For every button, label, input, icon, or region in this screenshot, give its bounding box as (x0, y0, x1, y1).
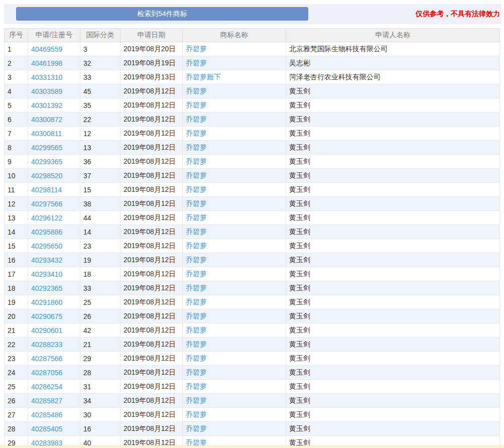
cell-date: 2019年08月12日 (120, 253, 183, 267)
mark-name-link[interactable]: 乔碧萝 (186, 228, 207, 236)
reg-no-link[interactable]: 40285405 (31, 425, 62, 433)
cell-date: 2019年08月12日 (120, 225, 183, 239)
reg-no-link[interactable]: 40299565 (31, 144, 62, 152)
cell-mark-name: 乔碧萝殿下 (183, 70, 286, 84)
reg-no-link[interactable]: 40286254 (31, 383, 62, 391)
result-count-button[interactable]: 检索到54件商标 (16, 7, 308, 21)
cell-index: 21 (5, 323, 28, 338)
reg-no-link[interactable]: 40331310 (31, 73, 62, 81)
mark-name-link[interactable]: 乔碧萝 (186, 129, 207, 137)
mark-name-link[interactable]: 乔碧萝 (186, 59, 207, 67)
cell-reg-no: 40285405 (28, 422, 80, 436)
cell-mark-name: 乔碧萝 (183, 56, 286, 70)
cell-date: 2019年08月12日 (120, 169, 183, 183)
mark-name-link[interactable]: 乔碧萝殿下 (186, 73, 221, 81)
reg-no-link[interactable]: 40290675 (31, 312, 62, 320)
cell-intl-class: 25 (80, 295, 120, 309)
cell-reg-no: 40300872 (28, 113, 80, 127)
mark-name-link[interactable]: 乔碧萝 (186, 87, 207, 95)
mark-name-link[interactable]: 乔碧萝 (186, 312, 207, 320)
mark-name-link[interactable]: 乔碧萝 (186, 199, 207, 207)
cell-mark-name: 乔碧萝 (183, 197, 286, 211)
reg-no-link[interactable]: 40298520 (31, 172, 62, 180)
reg-no-link[interactable]: 40461998 (31, 59, 62, 67)
cell-intl-class: 42 (80, 323, 120, 338)
cell-date: 2019年08月12日 (120, 183, 183, 197)
mark-name-link[interactable]: 乔碧萝 (186, 410, 207, 418)
mark-name-link[interactable]: 乔碧萝 (186, 115, 207, 123)
cell-mark-name: 乔碧萝 (183, 394, 286, 408)
top-panel: 检索到54件商标 仅供参考，不具有法律效力 (4, 4, 501, 24)
cell-applicant: 黄玉剑 (286, 338, 500, 352)
cell-date: 2019年08月12日 (120, 98, 183, 113)
column-header-applicant: 申请人名称 (286, 29, 500, 42)
cell-applicant: 黄玉剑 (286, 281, 500, 295)
cell-date: 2019年08月12日 (120, 422, 183, 436)
reg-no-link[interactable]: 40293410 (31, 270, 62, 278)
reg-no-link[interactable]: 40295650 (31, 242, 62, 250)
cell-intl-class: 36 (80, 155, 120, 169)
reg-no-link[interactable]: 40285486 (31, 411, 62, 419)
cell-applicant: 黄玉剑 (286, 197, 500, 211)
table-row: 1940291860252019年08月12日乔碧萝黄玉剑 (5, 295, 500, 309)
mark-name-link[interactable]: 乔碧萝 (186, 45, 207, 53)
mark-name-link[interactable]: 乔碧萝 (186, 256, 207, 264)
mark-name-link[interactable]: 乔碧萝 (186, 298, 207, 306)
reg-no-link[interactable]: 40303589 (31, 87, 62, 95)
reg-no-link[interactable]: 40295886 (31, 228, 62, 236)
mark-name-link[interactable]: 乔碧萝 (186, 340, 207, 348)
reg-no-link[interactable]: 40300872 (31, 116, 62, 124)
mark-name-link[interactable]: 乔碧萝 (186, 101, 207, 109)
cell-mark-name: 乔碧萝 (183, 267, 286, 281)
mark-name-link[interactable]: 乔碧萝 (186, 396, 207, 404)
mark-name-link[interactable]: 乔碧萝 (186, 326, 207, 334)
mark-name-link[interactable]: 乔碧萝 (186, 242, 207, 250)
cell-index: 13 (5, 211, 28, 225)
table-header: 序号 申请/注册号 国际分类 申请日期 商标名称 申请人名称 (5, 29, 500, 42)
mark-name-link[interactable]: 乔碧萝 (186, 368, 207, 376)
reg-no-link[interactable]: 40287056 (31, 369, 62, 377)
reg-no-link[interactable]: 40288233 (31, 341, 62, 349)
reg-no-link[interactable]: 40300811 (31, 130, 62, 138)
mark-name-link[interactable]: 乔碧萝 (186, 157, 207, 165)
cell-intl-class: 30 (80, 408, 120, 422)
column-header-mark-name: 商标名称 (183, 29, 286, 42)
cell-date: 2019年08月12日 (120, 141, 183, 155)
reg-no-link[interactable]: 40291860 (31, 298, 62, 306)
cell-index: 10 (5, 169, 28, 183)
cell-applicant: 北京雅梵国际生物科技有限公司 (286, 42, 500, 56)
cell-index: 15 (5, 239, 28, 253)
reg-no-link[interactable]: 40297566 (31, 200, 62, 208)
mark-name-link[interactable]: 乔碧萝 (186, 424, 207, 432)
reg-no-link[interactable]: 40287566 (31, 355, 62, 363)
reg-no-link[interactable]: 40301392 (31, 101, 62, 109)
mark-name-link[interactable]: 乔碧萝 (186, 171, 207, 179)
reg-no-link[interactable]: 40293432 (31, 256, 62, 264)
cell-reg-no: 40287056 (28, 366, 80, 380)
table-row: 1640293432192019年08月12日乔碧萝黄玉剑 (5, 253, 500, 267)
cell-date: 2019年08月12日 (120, 352, 183, 366)
mark-name-link[interactable]: 乔碧萝 (186, 213, 207, 221)
reg-no-link[interactable]: 40290601 (31, 326, 62, 334)
cell-index: 23 (5, 352, 28, 366)
reg-no-link[interactable]: 40469559 (31, 45, 62, 53)
reg-no-link[interactable]: 40285827 (31, 397, 62, 405)
reg-no-link[interactable]: 40296122 (31, 214, 62, 222)
mark-name-link[interactable]: 乔碧萝 (186, 382, 207, 390)
cell-reg-no: 40461998 (28, 56, 80, 70)
cell-intl-class: 16 (80, 422, 120, 436)
mark-name-link[interactable]: 乔碧萝 (186, 185, 207, 193)
mark-name-link[interactable]: 乔碧萝 (186, 354, 207, 362)
reg-no-link[interactable]: 40292365 (31, 284, 62, 292)
cell-date: 2019年08月12日 (120, 239, 183, 253)
mark-name-link[interactable]: 乔碧萝 (186, 270, 207, 278)
reg-no-link[interactable]: 40298114 (31, 186, 62, 194)
cell-mark-name: 乔碧萝 (183, 253, 286, 267)
mark-name-link[interactable]: 乔碧萝 (186, 143, 207, 151)
reg-no-link[interactable]: 40299365 (31, 158, 62, 166)
table-row: 1540295650232019年08月12日乔碧萝黄玉剑 (5, 239, 500, 253)
cell-applicant: 黄玉剑 (286, 127, 500, 141)
mark-name-link[interactable]: 乔碧萝 (186, 284, 207, 292)
cell-applicant: 黄玉剑 (286, 380, 500, 394)
table-row: 1440295886142019年08月12日乔碧萝黄玉剑 (5, 225, 500, 239)
